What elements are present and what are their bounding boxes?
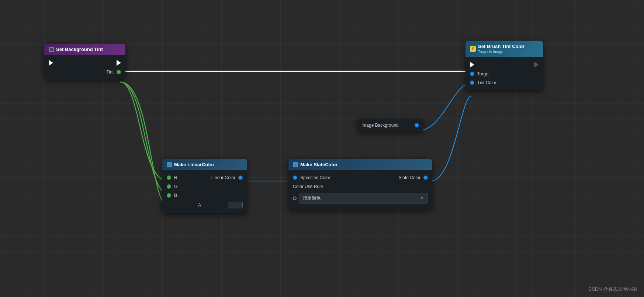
make-slate-title: Make SlateColor	[300, 162, 337, 167]
target-row: Target	[465, 69, 543, 78]
image-bg-label: Image Background	[361, 123, 399, 128]
b-in-pin[interactable]	[167, 193, 171, 198]
set-brush-tint-node[interactable]: f Set Brush Tint Color Target is Image T…	[465, 41, 543, 90]
target-in-pin[interactable]	[470, 72, 474, 76]
make-linear-title: Make LinearColor	[174, 162, 214, 167]
make-linear-color-node[interactable]: ≡ Make LinearColor R Linear Color G B A …	[162, 159, 247, 213]
color-use-rule-dropdown[interactable]: 指定顏色 ▼	[299, 193, 428, 204]
brush-exec-row	[465, 60, 543, 69]
image-background-node[interactable]: Image Background	[357, 119, 423, 132]
g-in-pin[interactable]	[167, 184, 171, 189]
a-row: A 1.0	[162, 200, 247, 210]
set-brush-tint-title-col: Set Brush Tint Color Target is Image	[478, 44, 524, 54]
make-slate-icon: ≡	[293, 162, 298, 167]
exec-out-pin[interactable]	[117, 60, 121, 66]
tint-color-row: Tint Color	[465, 78, 543, 87]
r-label: R	[174, 175, 177, 180]
a-in-pin[interactable]	[167, 203, 171, 207]
a-label: A	[198, 202, 201, 208]
specified-color-in-pin[interactable]	[293, 175, 297, 180]
func-icon: f	[470, 46, 476, 52]
target-label: Target	[477, 71, 489, 76]
tint-label: Tint	[106, 69, 114, 75]
a-value-input[interactable]: 1.0	[228, 202, 243, 208]
make-linear-icon: ≡	[167, 162, 172, 167]
tint-color-in-pin[interactable]	[470, 81, 474, 85]
watermark: CSDN @暮志未晚NAN	[588, 286, 637, 293]
make-slate-header: ≡ Make SlateColor	[288, 159, 432, 170]
slate-color-label: Slate Color	[399, 175, 420, 180]
b-label: B	[174, 193, 177, 198]
g-label: G	[174, 184, 177, 189]
r-in-pin[interactable]	[167, 175, 171, 180]
set-brush-tint-title: Set Brush Tint Color	[478, 44, 524, 49]
set-bg-tint-title: Set Background Tint	[56, 47, 103, 52]
set-brush-tint-subtitle: Target is Image	[478, 50, 524, 54]
set-bg-tint-icon: ▣	[49, 47, 54, 52]
g-row: G	[162, 182, 247, 191]
brush-exec-out-pin[interactable]	[534, 62, 539, 68]
r-row: R Linear Color	[162, 173, 247, 182]
linear-color-label: Linear Color	[211, 175, 235, 180]
specified-color-row: Specified Color Slate Color	[288, 173, 432, 182]
dropdown-value: 指定顏色	[303, 195, 321, 201]
image-bg-out-pin[interactable]	[415, 123, 419, 127]
tint-out-pin[interactable]	[117, 70, 121, 74]
set-bg-tint-header: ▣ Set Background Tint	[44, 44, 125, 55]
slate-color-out-pin[interactable]	[423, 175, 428, 180]
exec-in-pin[interactable]	[49, 60, 53, 66]
tint-color-label: Tint Color	[477, 80, 496, 85]
set-background-tint-node[interactable]: ▣ Set Background Tint Tint	[44, 44, 125, 79]
b-row: B	[162, 191, 247, 200]
brush-exec-in-pin[interactable]	[470, 62, 474, 68]
specified-color-label: Specified Color	[300, 175, 330, 180]
make-linear-header: ≡ Make LinearColor	[162, 159, 247, 170]
set-bg-tint-exec-row	[44, 58, 125, 68]
set-brush-tint-header: f Set Brush Tint Color Target is Image	[465, 41, 543, 57]
linear-color-out-pin[interactable]	[238, 175, 243, 180]
color-use-rule-label: Color Use Rule	[293, 184, 323, 189]
color-use-rule-dropdown-row: 指定顏色 ▼	[288, 191, 432, 206]
dropdown-arrow-icon: ▼	[420, 196, 424, 200]
tint-row: Tint	[44, 68, 125, 76]
color-rule-pin[interactable]	[293, 197, 297, 200]
make-slate-color-node[interactable]: ≡ Make SlateColor Specified Color Slate …	[288, 159, 432, 209]
color-use-rule-label-row: Color Use Rule	[288, 182, 432, 191]
